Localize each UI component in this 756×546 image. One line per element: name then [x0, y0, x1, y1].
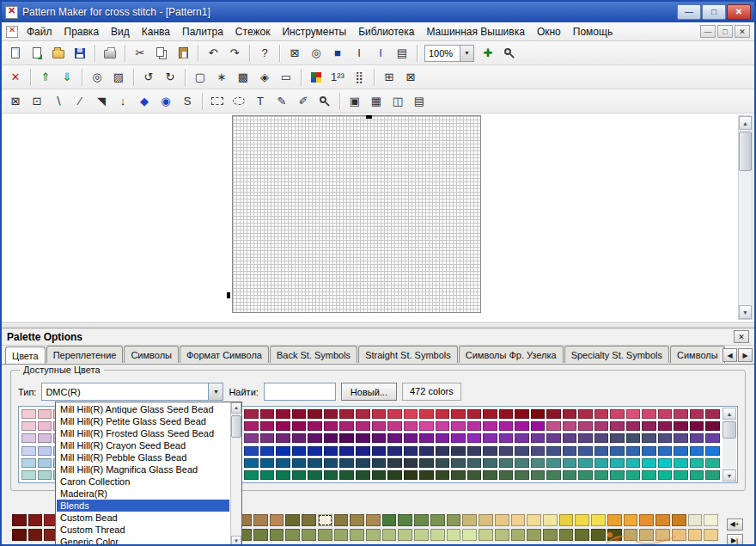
- color-swatch[interactable]: [387, 458, 402, 468]
- color-swatch[interactable]: [578, 470, 593, 480]
- color-swatch[interactable]: [366, 514, 381, 526]
- color-swatch[interactable]: [447, 529, 461, 541]
- zoom-tool-button[interactable]: [314, 92, 335, 111]
- color-swatch[interactable]: [244, 409, 259, 419]
- marquee-button[interactable]: ▭: [276, 68, 296, 87]
- color-swatch[interactable]: [38, 409, 52, 419]
- color-swatch[interactable]: [515, 409, 529, 419]
- color-swatch[interactable]: [28, 514, 43, 526]
- color-swatch[interactable]: [467, 433, 482, 443]
- menu-item-8[interactable]: Машинная Вышивка: [420, 23, 530, 40]
- color-swatch[interactable]: [356, 421, 370, 431]
- dropdown-item[interactable]: Mill Hill(R) Pebble Glass Bead: [57, 451, 229, 463]
- dropdown-scroll-up-button[interactable]: ▲: [231, 402, 241, 414]
- list-scrollbar-track[interactable]: [722, 420, 736, 469]
- color-swatch[interactable]: [594, 458, 609, 468]
- color-swatch[interactable]: [594, 421, 609, 431]
- color-swatch[interactable]: [626, 446, 641, 456]
- color-swatch[interactable]: [372, 433, 387, 443]
- color-swatch[interactable]: [607, 514, 622, 526]
- color-swatch[interactable]: [324, 446, 338, 456]
- color-swatch[interactable]: [499, 458, 514, 468]
- view-beads-button[interactable]: ◎: [306, 44, 326, 63]
- used-colors-next-button[interactable]: ▶|: [727, 534, 743, 546]
- color-swatch[interactable]: [387, 470, 402, 480]
- dropdown-scrollbar[interactable]: ▲ ▼: [230, 402, 241, 546]
- dropdown-item[interactable]: Blends: [57, 500, 229, 512]
- color-swatch[interactable]: [483, 409, 497, 419]
- color-swatch[interactable]: [419, 446, 434, 456]
- color-swatch[interactable]: [302, 529, 316, 541]
- list-scrollbar-thumb[interactable]: [722, 421, 736, 439]
- view-full-stitches-button[interactable]: ⊠: [284, 44, 305, 63]
- color-swatch[interactable]: [483, 470, 497, 480]
- color-swatch[interactable]: [260, 433, 275, 443]
- color-swatch[interactable]: [563, 421, 577, 431]
- color-swatch[interactable]: [276, 470, 290, 480]
- quarter-stitch-button[interactable]: ∕: [70, 92, 90, 111]
- color-swatch[interactable]: [531, 433, 546, 443]
- color-swatch[interactable]: [244, 446, 259, 456]
- color-swatch[interactable]: [674, 446, 688, 456]
- color-swatch[interactable]: [705, 421, 720, 431]
- color-swatch[interactable]: [642, 421, 656, 431]
- palette-tab-7[interactable]: Specialty St. Symbols: [564, 346, 669, 363]
- color-swatch[interactable]: [404, 458, 418, 468]
- canvas-area[interactable]: ▲ ▼: [2, 113, 754, 323]
- color-swatch[interactable]: [382, 514, 397, 526]
- dropdown-item[interactable]: Mill Hill(R) Magnifica Glass Bead: [57, 463, 229, 475]
- menu-item-0[interactable]: Файл: [21, 23, 58, 40]
- mdi-close-button[interactable]: ✕: [735, 25, 750, 38]
- color-swatch[interactable]: [324, 409, 338, 419]
- find-stitches-button[interactable]: ◎: [87, 68, 107, 87]
- color-swatch[interactable]: [12, 529, 27, 541]
- selected-color-swatch[interactable]: [318, 514, 332, 526]
- clear-unused-colors-button[interactable]: ▨: [108, 68, 129, 87]
- color-swatch[interactable]: [642, 409, 656, 419]
- color-swatch[interactable]: [655, 529, 670, 541]
- select-ellipse-button[interactable]: [229, 92, 249, 111]
- color-swatch[interactable]: [658, 458, 673, 468]
- color-swatch[interactable]: [563, 446, 577, 456]
- color-swatch[interactable]: [594, 409, 609, 419]
- split-view-button[interactable]: ◫: [387, 92, 408, 111]
- color-swatch[interactable]: [483, 458, 497, 468]
- color-swatch[interactable]: [610, 458, 625, 468]
- color-swatch[interactable]: [543, 529, 558, 541]
- color-swatch[interactable]: [483, 421, 497, 431]
- color-swatch[interactable]: [447, 514, 461, 526]
- import-image-button[interactable]: [27, 44, 47, 63]
- color-swatch[interactable]: [591, 529, 606, 541]
- color-swatch[interactable]: [308, 470, 322, 480]
- color-swatch[interactable]: [546, 409, 561, 419]
- french-knot-button[interactable]: ◆: [134, 92, 155, 111]
- color-swatch[interactable]: [515, 433, 529, 443]
- color-swatch[interactable]: [419, 458, 434, 468]
- color-swatch[interactable]: [531, 470, 546, 480]
- title-bar[interactable]: Pattern Maker for cross stitch - [Patter…: [2, 2, 754, 22]
- color-swatch[interactable]: [356, 470, 370, 480]
- color-swatch[interactable]: [467, 446, 482, 456]
- color-swatch[interactable]: [244, 470, 259, 480]
- color-swatch[interactable]: [495, 529, 509, 541]
- color-swatch[interactable]: [372, 421, 387, 431]
- color-swatch[interactable]: [642, 446, 656, 456]
- color-swatch[interactable]: [38, 421, 52, 431]
- color-swatch[interactable]: [578, 433, 593, 443]
- dropdown-item[interactable]: Mill Hill(R) Petite Glass Seed Bead: [57, 415, 229, 427]
- color-swatch[interactable]: [610, 470, 625, 480]
- color-swatch[interactable]: [244, 458, 259, 468]
- color-swatch[interactable]: [285, 514, 300, 526]
- color-swatch[interactable]: [658, 470, 673, 480]
- color-swatch[interactable]: [430, 514, 445, 526]
- color-swatch[interactable]: [414, 514, 429, 526]
- color-swatch[interactable]: [276, 458, 290, 468]
- menu-item-5[interactable]: Стежок: [229, 23, 277, 40]
- dropdown-item[interactable]: Caron Collection: [57, 475, 229, 488]
- color-swatch[interactable]: [658, 421, 673, 431]
- color-swatch[interactable]: [398, 514, 412, 526]
- color-swatch[interactable]: [624, 529, 638, 541]
- color-swatch[interactable]: [260, 421, 275, 431]
- menu-item-6[interactable]: Инструменты: [276, 23, 352, 40]
- symbol-grid-button[interactable]: ⣿: [349, 68, 369, 87]
